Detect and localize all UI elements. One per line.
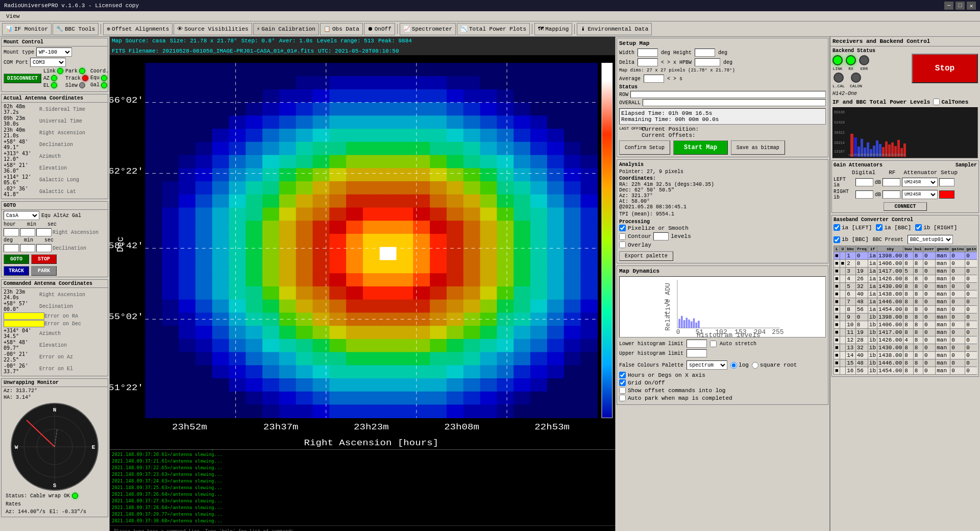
toolbar-obs-data[interactable]: 📋 Obs Data bbox=[320, 23, 363, 35]
table-row[interactable]: ■■28ia1406.00880man00 bbox=[834, 260, 977, 268]
overlay-checkbox[interactable] bbox=[619, 242, 626, 248]
park-button[interactable]: PARK bbox=[31, 266, 57, 276]
maximize-button[interactable]: □ bbox=[955, 2, 965, 10]
track-button[interactable]: TRACK bbox=[4, 266, 29, 276]
map-aver: Aver: 1.0s bbox=[279, 38, 313, 44]
goto-dmin-input[interactable]: 48 bbox=[20, 244, 35, 252]
palette-select[interactable]: spectrum bbox=[687, 360, 727, 370]
right-rf-input[interactable] bbox=[883, 190, 900, 199]
command-input[interactable] bbox=[112, 527, 613, 531]
unwrapping-header: Unwrapping Monitor bbox=[2, 379, 108, 387]
table-row[interactable]: ■426ia1426.00880man00 bbox=[834, 275, 977, 283]
auto-stretch-checkbox[interactable] bbox=[710, 341, 717, 347]
table-row[interactable]: ■1548ib1446.00880man00 bbox=[834, 359, 977, 367]
show-offset-checkbox[interactable] bbox=[619, 387, 626, 394]
goto-hour-input[interactable]: 23 bbox=[4, 228, 19, 236]
auto-park-checkbox[interactable] bbox=[619, 395, 626, 401]
goto-button[interactable]: GOTO bbox=[4, 254, 29, 264]
hpbw-input[interactable]: 0.807 bbox=[695, 58, 720, 66]
altaz-tab[interactable]: AltAz bbox=[54, 213, 69, 219]
caltones-checkbox[interactable] bbox=[933, 99, 940, 105]
table-row[interactable]: ■108ib1406.00880man00 bbox=[834, 321, 977, 329]
ib-bbc-checkbox[interactable] bbox=[834, 236, 840, 243]
left-sampler-input[interactable]: 0.3 bbox=[939, 178, 954, 186]
table-row[interactable]: ■1228ib1426.00480man00 bbox=[834, 336, 977, 344]
aver-input[interactable]: 1 bbox=[644, 75, 664, 83]
toolbar-mapping[interactable]: 🗺 Mapping bbox=[534, 23, 572, 35]
stop-backend-button[interactable]: Stop bbox=[912, 54, 978, 83]
toolbar-environmental-data[interactable]: 🌡 Environmental Data bbox=[577, 23, 652, 35]
table-row[interactable]: ■10ia1398.00880man00 bbox=[834, 252, 977, 260]
table-row[interactable]: ■532ia1430.00880man00 bbox=[834, 283, 977, 291]
lower-hist-input[interactable]: 0 bbox=[687, 340, 707, 348]
toolbar-total-power-plots[interactable]: 📉 Total Power Plots bbox=[457, 23, 530, 35]
goto-deg-input[interactable]: 58 bbox=[4, 244, 19, 252]
goto-content: CasA Equ AltAz Gal hour min sec 23 23 bbox=[2, 210, 108, 277]
gal-tab[interactable]: Gal bbox=[72, 213, 81, 219]
equ-tab[interactable]: Equ bbox=[41, 213, 51, 219]
equ-label: Equ bbox=[90, 75, 100, 81]
left-att-setup-select[interactable]: UM245R bbox=[902, 178, 938, 187]
table-row[interactable]: ■1440ib1438.00880man00 bbox=[834, 352, 977, 359]
ib-right-checkbox[interactable] bbox=[915, 224, 922, 231]
width-input[interactable]: 20 bbox=[638, 49, 658, 57]
stop-button[interactable]: STOP bbox=[31, 254, 57, 264]
sqrt-radio[interactable] bbox=[752, 362, 758, 369]
hours-deg-checkbox[interactable] bbox=[619, 372, 626, 378]
height-input[interactable]: 20 bbox=[695, 49, 715, 57]
toolbar-bbc-tools[interactable]: 🔧 BBC Tools bbox=[53, 23, 99, 35]
toolbar-source-visibilities[interactable]: 👁 Source Visibilities bbox=[174, 23, 252, 35]
left-rf-input[interactable] bbox=[883, 178, 900, 186]
table-row[interactable]: ■1119ib1417.00880man00 bbox=[834, 329, 977, 336]
menu-view[interactable]: View bbox=[2, 12, 23, 20]
minimize-button[interactable]: ─ bbox=[944, 2, 953, 10]
toolbar-spectrometer[interactable]: 📈 Spectrometer bbox=[400, 23, 456, 35]
mount-type-select[interactable]: WP-100 bbox=[36, 47, 72, 57]
goto-min-input[interactable]: 23 bbox=[20, 228, 35, 236]
map-wrapper: Dec 66°02' 62°22' 58°42' 55°02' 51°22' bbox=[110, 55, 615, 449]
table-row[interactable]: ■90ib1398.00880man00 bbox=[834, 313, 977, 321]
table-row[interactable]: ■856ia1454.00880man00 bbox=[834, 306, 977, 313]
az-row: +313° 43' 12.0" Azimuth bbox=[4, 151, 106, 162]
table-row[interactable]: ■319ia1417.00580man00 bbox=[834, 268, 977, 275]
toolbar-if-monitor[interactable]: 📊 IF Monitor bbox=[2, 23, 52, 35]
toolbar-onoff[interactable]: ⏺ OnOff bbox=[364, 23, 395, 35]
close-button[interactable]: ✕ bbox=[967, 2, 976, 10]
upper-hist-input[interactable]: 0 bbox=[687, 349, 707, 357]
pixelize-checkbox[interactable] bbox=[619, 225, 626, 231]
save-bitmap-button[interactable]: Save as bitmap bbox=[731, 140, 785, 155]
table-row[interactable]: ■1656ib1454.00880man00 bbox=[834, 367, 977, 375]
table-row[interactable]: ■1332ib1430.00880man00 bbox=[834, 344, 977, 352]
toolbar-offset-alignments[interactable]: ⊕ Offset Alignments bbox=[103, 23, 173, 35]
com-port-select[interactable]: COM3 bbox=[30, 58, 66, 67]
confirm-setup-button[interactable]: Confirm Setup bbox=[619, 140, 670, 155]
contour-levels-input[interactable]: 20 bbox=[653, 232, 669, 240]
preset-select[interactable]: BBC_setup01 bbox=[908, 235, 953, 244]
ia-left-checkbox[interactable] bbox=[834, 224, 840, 231]
map-icon: 🗺 bbox=[538, 26, 544, 32]
disconnect-button[interactable]: DISCONNECT bbox=[4, 74, 41, 83]
cmd-az-value: +314° 04' 34.5" bbox=[4, 328, 39, 339]
connect-button[interactable]: CONNECT bbox=[884, 202, 926, 211]
mount-control-content: Mount type WP-100 COM Port COM3 DISCONNE… bbox=[2, 46, 108, 91]
delta-input[interactable]: 0.2 bbox=[638, 58, 658, 66]
grid-checkbox[interactable] bbox=[619, 379, 626, 386]
col-if: if bbox=[868, 246, 877, 252]
table-row[interactable]: ■748ia1446.00880man00 bbox=[834, 298, 977, 306]
right-att-setup-select[interactable]: UM245R bbox=[902, 190, 938, 199]
left-digital-input[interactable]: +20 bbox=[855, 178, 873, 186]
ia-bbc-checkbox[interactable] bbox=[876, 224, 883, 231]
el-value: +58° 21' 36.0" bbox=[4, 162, 39, 174]
goto-target-select[interactable]: CasA bbox=[4, 211, 39, 220]
export-palette-button[interactable]: Export palette bbox=[619, 251, 673, 261]
log-radio[interactable] bbox=[730, 362, 737, 369]
goto-sec-input[interactable]: 24.0 bbox=[36, 228, 52, 236]
histogram-area: 1 2 0 51 102 153 204 255 Relative ADU Hi… bbox=[619, 276, 826, 337]
right-digital-input[interactable]: +20 bbox=[855, 190, 873, 199]
contour-checkbox[interactable] bbox=[619, 233, 626, 240]
toolbar-gain-calibration[interactable]: ⚡ Gain Calibration bbox=[253, 23, 319, 35]
start-map-button[interactable]: Start Map bbox=[673, 140, 728, 155]
table-row[interactable]: ■640ia1438.00880man00 bbox=[834, 291, 977, 298]
contour-unit: levels bbox=[671, 233, 691, 239]
goto-dsec-input[interactable]: 54.0 bbox=[36, 244, 52, 252]
